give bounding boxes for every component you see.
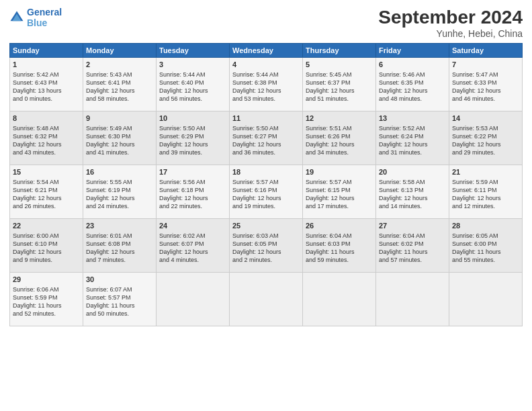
- day-info: and 26 minutes.: [13, 202, 80, 210]
- day-info: and 48 minutes.: [379, 95, 446, 103]
- day-info: Sunset: 6:10 PM: [13, 240, 80, 248]
- day-number: 4: [232, 60, 300, 70]
- day-info: and 57 minutes.: [379, 256, 446, 264]
- day-number: 3: [159, 60, 226, 70]
- day-info: Daylight: 11 hours: [379, 248, 446, 256]
- day-info: Daylight: 12 hours: [452, 87, 519, 95]
- day-info: and 36 minutes.: [232, 148, 300, 156]
- table-row: 20Sunrise: 5:58 AMSunset: 6:13 PMDayligh…: [376, 165, 449, 219]
- day-info: Sunrise: 6:04 AM: [379, 232, 446, 240]
- day-info: and 41 minutes.: [86, 148, 153, 156]
- day-number: 12: [306, 113, 373, 124]
- day-info: Sunrise: 6:01 AM: [86, 232, 153, 240]
- table-row: 14Sunrise: 5:53 AMSunset: 6:22 PMDayligh…: [449, 111, 523, 165]
- month-title: September 2024: [378, 7, 523, 28]
- day-info: Daylight: 11 hours: [306, 248, 373, 256]
- col-tuesday: Tuesday: [157, 44, 230, 58]
- calendar-container: General Blue September 2024 Yunhe, Hebei…: [0, 0, 532, 411]
- day-info: Sunrise: 5:44 AM: [159, 71, 226, 79]
- day-info: Sunrise: 5:53 AM: [452, 124, 519, 132]
- table-row: [230, 273, 303, 326]
- day-info: and 0 minutes.: [13, 95, 80, 103]
- day-info: Sunset: 6:35 PM: [379, 79, 446, 87]
- day-info: and 50 minutes.: [86, 310, 153, 318]
- day-info: and 9 minutes.: [13, 256, 80, 264]
- day-info: Sunset: 5:57 PM: [86, 293, 153, 302]
- day-info: Sunrise: 6:06 AM: [13, 285, 80, 293]
- day-info: Sunset: 6:16 PM: [232, 186, 300, 194]
- day-info: Sunrise: 5:58 AM: [379, 178, 446, 186]
- day-info: Sunset: 6:05 PM: [232, 240, 300, 248]
- day-info: Sunrise: 5:52 AM: [379, 124, 446, 132]
- day-info: and 29 minutes.: [452, 148, 519, 156]
- table-row: 3Sunrise: 5:44 AMSunset: 6:40 PMDaylight…: [157, 58, 230, 111]
- day-info: Sunset: 6:43 PM: [13, 79, 80, 87]
- day-info: Daylight: 11 hours: [452, 248, 519, 256]
- day-info: and 56 minutes.: [159, 95, 226, 103]
- col-thursday: Thursday: [303, 44, 376, 58]
- day-info: Sunset: 6:26 PM: [306, 132, 373, 140]
- day-info: Daylight: 12 hours: [13, 140, 80, 148]
- day-number: 27: [379, 221, 446, 231]
- day-info: and 7 minutes.: [86, 256, 153, 264]
- day-info: Sunset: 6:08 PM: [86, 240, 153, 248]
- table-row: 11Sunrise: 5:50 AMSunset: 6:27 PMDayligh…: [230, 111, 303, 165]
- day-info: Sunrise: 6:05 AM: [452, 232, 519, 240]
- day-info: Daylight: 12 hours: [232, 87, 300, 95]
- day-number: 22: [13, 221, 80, 231]
- table-row: 24Sunrise: 6:02 AMSunset: 6:07 PMDayligh…: [157, 219, 230, 273]
- day-number: 15: [13, 167, 80, 177]
- day-info: Sunset: 6:00 PM: [452, 240, 519, 248]
- day-info: Daylight: 12 hours: [452, 140, 519, 148]
- day-info: Sunrise: 5:46 AM: [379, 71, 446, 79]
- day-info: Sunrise: 6:00 AM: [13, 232, 80, 240]
- table-row: [449, 273, 523, 326]
- day-info: and 4 minutes.: [159, 256, 226, 264]
- day-info: Daylight: 12 hours: [159, 194, 226, 202]
- logo-icon: [9, 10, 24, 25]
- table-row: 21Sunrise: 5:59 AMSunset: 6:11 PMDayligh…: [449, 165, 523, 219]
- day-info: Sunset: 6:37 PM: [306, 79, 373, 87]
- day-info: Daylight: 12 hours: [306, 194, 373, 202]
- day-number: 6: [379, 60, 446, 70]
- day-info: Sunrise: 5:44 AM: [232, 71, 300, 79]
- day-info: Sunset: 6:19 PM: [86, 186, 153, 194]
- day-number: 1: [13, 60, 80, 70]
- day-number: 28: [452, 221, 519, 231]
- day-number: 14: [452, 113, 519, 124]
- day-info: Sunrise: 6:07 AM: [86, 285, 153, 293]
- day-info: Sunrise: 5:50 AM: [159, 124, 226, 132]
- day-info: Daylight: 12 hours: [452, 194, 519, 202]
- day-info: Sunrise: 5:45 AM: [306, 71, 373, 79]
- day-info: and 55 minutes.: [452, 256, 519, 264]
- table-row: 23Sunrise: 6:01 AMSunset: 6:08 PMDayligh…: [83, 219, 157, 273]
- day-info: Sunset: 6:02 PM: [379, 240, 446, 248]
- day-info: and 59 minutes.: [306, 256, 373, 264]
- day-number: 7: [452, 60, 519, 70]
- day-info: Daylight: 12 hours: [13, 248, 80, 256]
- day-number: 30: [86, 275, 153, 285]
- day-info: Sunset: 6:30 PM: [86, 132, 153, 140]
- day-info: Daylight: 12 hours: [86, 140, 153, 148]
- day-info: Daylight: 11 hours: [86, 302, 153, 310]
- table-row: 13Sunrise: 5:52 AMSunset: 6:24 PMDayligh…: [376, 111, 449, 165]
- day-info: Daylight: 12 hours: [159, 248, 226, 256]
- table-row: 29Sunrise: 6:06 AMSunset: 5:59 PMDayligh…: [10, 273, 83, 326]
- col-friday: Friday: [376, 44, 449, 58]
- table-row: [157, 273, 230, 326]
- day-number: 23: [86, 221, 153, 231]
- day-info: Sunrise: 5:42 AM: [13, 71, 80, 79]
- day-number: 25: [232, 221, 300, 231]
- day-info: and 52 minutes.: [13, 310, 80, 318]
- day-number: 26: [306, 221, 373, 231]
- day-info: Daylight: 12 hours: [232, 140, 300, 148]
- day-number: 29: [13, 275, 80, 285]
- logo: General Blue: [9, 7, 62, 28]
- day-info: Sunset: 6:32 PM: [13, 132, 80, 140]
- day-info: and 22 minutes.: [159, 202, 226, 210]
- day-info: Sunrise: 5:54 AM: [13, 178, 80, 186]
- day-info: and 46 minutes.: [452, 95, 519, 103]
- day-info: Sunset: 6:41 PM: [86, 79, 153, 87]
- col-saturday: Saturday: [449, 44, 523, 58]
- day-number: 17: [159, 167, 226, 177]
